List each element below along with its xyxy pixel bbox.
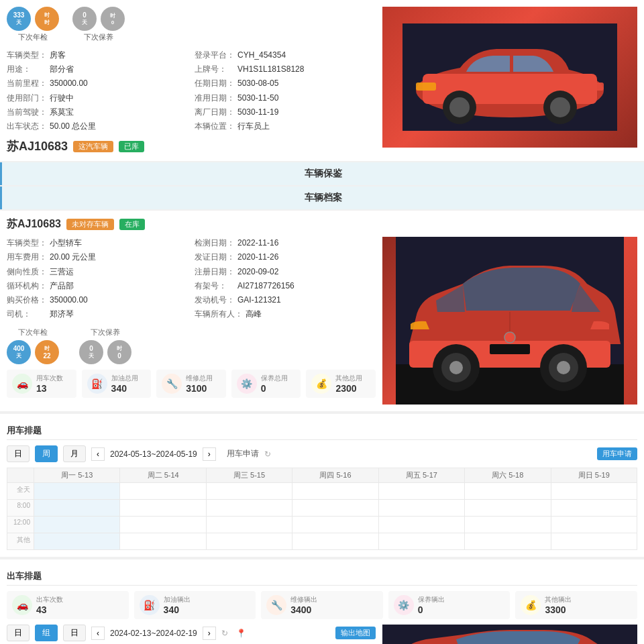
exit-stat-icon-0: 🚗: [12, 595, 32, 615]
top-car-placeholder: [382, 7, 637, 148]
exit-stat-value-3: 0: [418, 604, 445, 615]
stat-item-3: ⚙️ 保养总用 0: [231, 370, 301, 398]
time-12-wed: [206, 517, 292, 533]
purpose-row: 用途： 部分省: [7, 63, 188, 76]
top-info-grid: 车辆类型： 房客 登录平台： CYH_454354 用途： 部分省 上牌号： V…: [7, 49, 376, 133]
section-header-archive: 车辆档案: [0, 186, 644, 209]
col-header-2: 周二 5-14: [120, 468, 206, 483]
archive-header: 苏AJ10683 未对存车辆 在库: [7, 217, 637, 231]
archive-owner-row: 车辆所有人： 高峰: [195, 308, 376, 321]
operation-date-row: 准用日期： 5030-11-50: [195, 92, 376, 105]
archive-maint-hours-badge: 时 0: [107, 340, 131, 364]
archive-engine-label: 循环机构：: [7, 280, 47, 292]
archive-insp-days-badge: 400 天: [7, 340, 31, 364]
stat-icon-4: 💰: [311, 374, 331, 394]
exit-loc-icon: 📍: [236, 629, 246, 638]
archive-insp-countdown-label: 下次年检: [7, 327, 59, 337]
departure-date-label: 离厂日期：: [195, 106, 235, 119]
archive-engine-row: 循环机构： 产品部: [7, 280, 188, 292]
stat-label-3: 保养总用: [261, 374, 288, 383]
exit-next-btn[interactable]: ›: [203, 627, 216, 640]
allday-thu: [292, 483, 378, 500]
next-week-btn[interactable]: ›: [203, 447, 216, 461]
exit-tab-day2[interactable]: 日: [63, 625, 86, 641]
mileage-row: 当前里程： 350000.00: [7, 77, 188, 90]
time-8-fri: [378, 500, 464, 517]
exit-ranking-title: 出车排题: [7, 566, 637, 586]
time-12-row: 12:00: [7, 517, 637, 533]
tab-day[interactable]: 日: [7, 445, 30, 462]
maintenance-days-badge: 0 天: [72, 7, 97, 31]
other-wed: [206, 533, 292, 550]
maintenance-hours-label: 时: [110, 12, 115, 19]
tab-month[interactable]: 月: [63, 445, 86, 462]
plate-number: 苏AJ10683: [7, 138, 68, 154]
department-label: 使用部门：: [7, 92, 47, 105]
departure-date-row: 离厂日期： 5030-11-19: [195, 106, 376, 119]
stat-value-2: 3100: [186, 383, 213, 394]
exit-stat-icon-3: ⚙️: [394, 595, 414, 615]
exit-date-range: 2024-02-13~2024-02-19: [110, 629, 197, 638]
exit-tab-week[interactable]: 组: [35, 625, 58, 641]
exit-tab-day1[interactable]: 日: [7, 625, 30, 641]
archive-insp-days-label: 天: [16, 352, 21, 360]
contract-date-label: 任期日期：: [195, 77, 235, 90]
exit-stat-item-0: 🚗 出车次数 43: [7, 591, 129, 619]
exit-map-btn[interactable]: 输出地图: [335, 627, 376, 639]
vehicle-type-value: 房客: [50, 49, 66, 62]
archive-mileage-value: 20.00 元公里: [50, 251, 96, 264]
svg-point-14: [449, 361, 463, 374]
car-svg-top: [402, 23, 617, 131]
time-8-wed: [206, 500, 292, 517]
exit-stat-icon-2: 🔧: [266, 595, 286, 615]
departure-status-row: 出车状态： 50.00 总公里: [7, 120, 188, 133]
inspection-hours-value: 时: [44, 19, 50, 26]
svg-point-17: [557, 361, 570, 374]
archive-owner-type-row: 有架号： AI27187726156: [195, 280, 376, 292]
stat-icon-3: ⚙️: [237, 374, 257, 394]
archive-mileage-row: 用车费用： 20.00 元公里: [7, 251, 188, 264]
maintenance-days-label: 天: [82, 19, 87, 26]
svg-point-4: [449, 97, 470, 117]
exit-stat-info-3: 保养辆出 0: [418, 595, 445, 615]
time-12-label: 12:00: [7, 517, 34, 533]
time-8-row: 8:00: [7, 500, 637, 517]
operation-date-label: 准用日期：: [195, 92, 235, 105]
purpose-value: 部分省: [50, 63, 74, 76]
archive-engine-num-label: 发动机号：: [195, 294, 235, 307]
plate-tag2: 已库: [119, 141, 144, 152]
departure-status-value: 50.00 总公里: [50, 120, 96, 133]
apply-btn[interactable]: 用车申请: [597, 447, 637, 460]
prev-week-btn[interactable]: ‹: [91, 447, 105, 461]
exit-vehicle-image: [382, 625, 637, 644]
allday-mon: [34, 483, 120, 500]
contract-date-row: 任期日期： 5030-08-05: [195, 77, 376, 90]
archive-plate: 苏AJ10683: [7, 217, 61, 231]
exit-stats-row: 🚗 出车次数 43 ⛽ 加油辆出 340 🔧 维修辆出 3400: [7, 591, 637, 619]
col-header-4: 周四 5-16: [292, 468, 378, 483]
stat-item-4: 💰 其他总用 2300: [306, 370, 376, 398]
exit-stat-icon-1: ⛽: [140, 595, 160, 615]
exit-stat-label-1: 加油辆出: [164, 595, 191, 604]
tab-week[interactable]: 周: [35, 445, 58, 462]
archive-type-row: 车辆类型： 小型轿车: [7, 237, 188, 250]
svg-rect-18: [490, 344, 530, 354]
exit-prev-btn[interactable]: ‹: [91, 627, 105, 640]
other-fri: [378, 533, 464, 550]
inspection-row: 333 天 时 时 下次年检 0 天: [7, 7, 376, 42]
inspection-circles: 333 天 时 时: [7, 7, 59, 31]
time-8-tue: [120, 500, 206, 517]
archive-insp-days-value: 400: [13, 345, 25, 352]
archive-driver-label: 司机：: [7, 308, 47, 321]
time-12-thu: [292, 517, 378, 533]
inspection-hours-badge: 时 时: [35, 7, 59, 31]
archive-engine-value: 产品部: [50, 280, 74, 292]
archive-price-row: 购买价格： 350000.00: [7, 294, 188, 307]
exit-calendar-area: 日 组 日 ‹ 2024-02-13~2024-02-19 › ↻ 📍 输出地图: [7, 625, 376, 644]
allday-sat: [465, 483, 551, 500]
vin-label: 上牌号：: [195, 63, 235, 76]
time-12-fri: [378, 517, 464, 533]
col-header-6: 周六 5-18: [465, 468, 551, 483]
stat-icon-2: 🔧: [162, 374, 182, 394]
col-header-5: 周五 5-17: [378, 468, 464, 483]
